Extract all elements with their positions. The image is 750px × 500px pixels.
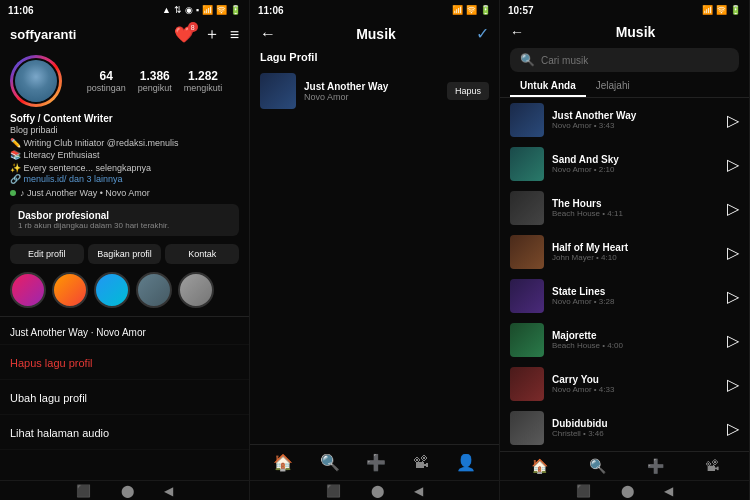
home-icon-2[interactable]: 🏠 bbox=[273, 453, 293, 472]
change-song-menu-item[interactable]: Ubah lagu profil bbox=[0, 380, 249, 415]
story-item-4[interactable] bbox=[136, 272, 172, 308]
song-title-3: Half of My Heart bbox=[552, 242, 719, 253]
menu-button[interactable]: ≡ bbox=[230, 26, 239, 44]
following-stat: 1.282 mengikuti bbox=[184, 69, 223, 93]
system-nav-3: ⬛ ⬤ ◀ bbox=[500, 480, 749, 500]
song-list-item: MajoretteBeach House • 4:00▷ bbox=[500, 318, 749, 362]
bottom-navigation-1: ⬛ ⬤ ◀ bbox=[0, 480, 249, 500]
back-button-3[interactable]: ← bbox=[510, 24, 524, 40]
delete-song-button[interactable]: Hapus bbox=[447, 82, 489, 100]
bio-line3: 📚 Literacy Enthusiast bbox=[10, 149, 239, 162]
song-info-7: DubidubiduChristell • 3:46 bbox=[552, 418, 719, 438]
context-menu: Hapus lagu profil Ubah lagu profil Lihat… bbox=[0, 345, 249, 480]
song-list-item: DubidubiduChristell • 3:46▷ bbox=[500, 406, 749, 450]
add-icon-3[interactable]: ➕ bbox=[647, 458, 664, 474]
contact-button[interactable]: Kontak bbox=[165, 244, 239, 264]
add-button[interactable]: ＋ bbox=[204, 24, 220, 45]
play-button-0[interactable]: ▷ bbox=[727, 111, 739, 130]
signal-icon-1: ▲ bbox=[162, 5, 171, 15]
status-icons-1: ▲ ⇅ ◉ ▪ 📶 🛜 🔋 bbox=[162, 5, 241, 15]
reels-icon-2[interactable]: 📽 bbox=[413, 454, 429, 472]
play-button-5[interactable]: ▷ bbox=[727, 331, 739, 350]
song-item-profile: Just Another Way Novo Amor Hapus bbox=[250, 67, 499, 115]
bottom-circle-icon[interactable]: ⬤ bbox=[121, 484, 134, 498]
posts-count: 64 bbox=[100, 69, 113, 83]
song-meta-4: Novo Amor • 3:28 bbox=[552, 297, 719, 306]
play-button-2[interactable]: ▷ bbox=[727, 199, 739, 218]
reels-icon-3[interactable]: 📽 bbox=[705, 458, 719, 474]
action-buttons: Edit profil Bagikan profil Kontak bbox=[0, 240, 249, 268]
signal-bars-1: 📶 bbox=[202, 5, 213, 15]
play-button-1[interactable]: ▷ bbox=[727, 155, 739, 174]
song-meta-2: Beach House • 4:11 bbox=[552, 209, 719, 218]
battery-icon-1: ▪ bbox=[196, 5, 199, 15]
dashboard-subtitle: 1 rb akun dijangkau dalam 30 hari terakh… bbox=[18, 221, 231, 230]
battery-icon-3: 🔋 bbox=[730, 5, 741, 15]
sys-back-2[interactable]: ◀ bbox=[414, 484, 423, 498]
search-input[interactable] bbox=[541, 55, 729, 66]
song-list-item: Carry YouNovo Amor • 4:33▷ bbox=[500, 362, 749, 406]
song-info-2: Just Another Way Novo Amor bbox=[304, 81, 439, 102]
sys-circle-3[interactable]: ⬤ bbox=[621, 484, 634, 498]
battery-icon-2: 🔋 bbox=[480, 5, 491, 15]
dashboard-title: Dasbor profesional bbox=[18, 210, 231, 221]
wifi-icon-2: 🛜 bbox=[466, 5, 477, 15]
status-time-3: 10:57 bbox=[508, 5, 534, 16]
add-icon-2[interactable]: ➕ bbox=[366, 453, 386, 472]
song-art-5 bbox=[510, 323, 544, 357]
song-meta-0: Novo Amor • 3:43 bbox=[552, 121, 719, 130]
song-artist-2: Novo Amor bbox=[304, 92, 439, 102]
delete-song-menu-item[interactable]: Hapus lagu profil bbox=[0, 345, 249, 380]
audio-page-label: Lihat halaman audio bbox=[10, 427, 109, 439]
song-info-2: The HoursBeach House • 4:11 bbox=[552, 198, 719, 218]
bio-link[interactable]: 🔗 menulis.id/ dan 3 lainnya bbox=[10, 174, 239, 184]
song-title-7: Dubidubidu bbox=[552, 418, 719, 429]
bottom-square-icon[interactable]: ⬛ bbox=[76, 484, 91, 498]
status-time-1: 11:06 bbox=[8, 5, 34, 16]
story-circle-5 bbox=[178, 272, 214, 308]
song-title-1: Sand And Sky bbox=[552, 154, 719, 165]
play-button-7[interactable]: ▷ bbox=[727, 419, 739, 438]
bottom-back-icon[interactable]: ◀ bbox=[164, 484, 173, 498]
song-meta-1: Novo Amor • 2:10 bbox=[552, 165, 719, 174]
tab-untuk-anda[interactable]: Untuk Anda bbox=[510, 76, 586, 97]
play-button-3[interactable]: ▷ bbox=[727, 243, 739, 262]
story-item-3[interactable] bbox=[94, 272, 130, 308]
followers-stat: 1.386 pengikut bbox=[138, 69, 172, 93]
sys-circle-2[interactable]: ⬤ bbox=[371, 484, 384, 498]
play-button-4[interactable]: ▷ bbox=[727, 287, 739, 306]
profile-header: soffyaranti ❤️ 8 ＋ ≡ bbox=[0, 20, 249, 51]
sys-square-3[interactable]: ⬛ bbox=[576, 484, 591, 498]
music-browser-nav: ← Musik bbox=[500, 20, 749, 44]
search-bar[interactable]: 🔍 bbox=[510, 48, 739, 72]
story-item-2[interactable] bbox=[52, 272, 88, 308]
search-icon-f3[interactable]: 🔍 bbox=[589, 458, 606, 474]
dashboard-card[interactable]: Dasbor profesional 1 rb akun dijangkau d… bbox=[10, 204, 239, 236]
sys-square-2[interactable]: ⬛ bbox=[326, 484, 341, 498]
avatar-image bbox=[13, 58, 59, 104]
story-item-1[interactable] bbox=[10, 272, 46, 308]
avatar[interactable] bbox=[10, 55, 62, 107]
song-art-6 bbox=[510, 367, 544, 401]
sys-back-3[interactable]: ◀ bbox=[664, 484, 673, 498]
bio-line2: ✏️ Writing Club Initiator @redaksi.menul… bbox=[10, 137, 239, 150]
edit-profile-button[interactable]: Edit profil bbox=[10, 244, 84, 264]
play-button-6[interactable]: ▷ bbox=[727, 375, 739, 394]
song-art-7 bbox=[510, 411, 544, 445]
search-icon-2[interactable]: 🔍 bbox=[320, 453, 340, 472]
story-item-5[interactable] bbox=[178, 272, 214, 308]
back-button-2[interactable]: ← bbox=[260, 25, 276, 43]
home-icon-3[interactable]: 🏠 bbox=[531, 458, 548, 474]
status-bar-1: 11:06 ▲ ⇅ ◉ ▪ 📶 🛜 🔋 bbox=[0, 0, 249, 20]
music-text: ♪ Just Another Way • Novo Amor bbox=[20, 188, 150, 198]
notifications-button[interactable]: ❤️ 8 bbox=[174, 25, 194, 44]
bio-name: Soffy / Content Writer bbox=[10, 113, 239, 124]
bio-line1: Blog pribadi bbox=[10, 124, 239, 137]
share-profile-button[interactable]: Bagikan profil bbox=[88, 244, 162, 264]
confirm-button[interactable]: ✓ bbox=[476, 24, 489, 43]
song-list-item: Just Another WayNovo Amor • 3:43▷ bbox=[500, 98, 749, 142]
profile-icon-2[interactable]: 👤 bbox=[456, 453, 476, 472]
audio-page-menu-item[interactable]: Lihat halaman audio bbox=[0, 415, 249, 450]
song-list-item: State LinesNovo Amor • 3:28▷ bbox=[500, 274, 749, 318]
tab-jelajahi[interactable]: Jelajahi bbox=[586, 76, 640, 97]
